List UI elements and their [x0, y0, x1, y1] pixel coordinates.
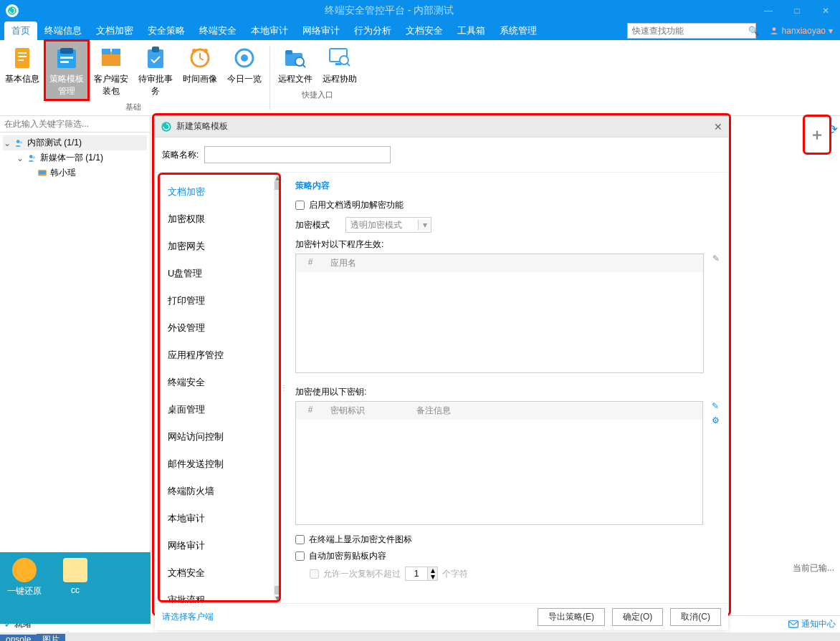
desktop-restore[interactable]: 一键还原 [7, 555, 42, 621]
svg-point-26 [16, 140, 20, 143]
eye-icon [224, 44, 265, 72]
side-usb[interactable]: U盘管理 [155, 260, 281, 287]
ribbon-basic-info[interactable]: 基本信息 [0, 40, 44, 100]
menu-system[interactable]: 系统管理 [492, 21, 544, 40]
ribbon-today[interactable]: 今日一览 [222, 40, 267, 100]
tree-filter-input[interactable] [0, 116, 150, 132]
app-scope-label: 加密针对以下程序生效: [295, 238, 720, 251]
svg-point-29 [33, 156, 36, 159]
chevron-down-icon: ▾ [418, 220, 431, 230]
edit-icon[interactable]: ✎ [708, 254, 720, 264]
app-logo [6, 4, 19, 17]
side-local-audit[interactable]: 本地审计 [155, 505, 281, 532]
menu-terminal-security[interactable]: 终端安全 [192, 21, 244, 40]
side-terminal-security[interactable]: 终端安全 [155, 369, 281, 396]
enable-encrypt-checkbox[interactable] [295, 201, 305, 210]
window-close[interactable]: ✕ [811, 0, 840, 21]
svg-rect-12 [112, 49, 120, 54]
side-doc-encrypt[interactable]: 文档加密 [155, 178, 281, 206]
user-icon [769, 26, 779, 36]
gear-icon[interactable]: ⚙ [707, 415, 720, 425]
copy-limit-input[interactable] [406, 569, 427, 579]
auto-clipboard-checkbox[interactable] [295, 551, 305, 561]
svg-point-28 [29, 155, 33, 158]
side-encrypt-gateway[interactable]: 加密网关 [155, 233, 281, 260]
key-table-body[interactable] [296, 420, 702, 524]
user-menu[interactable]: hanxiaoyao ▾ [762, 26, 840, 36]
terminal-icon [37, 168, 47, 178]
export-policy-button[interactable]: 导出策略(E) [538, 608, 605, 626]
ok-button[interactable]: 确定(O) [612, 608, 663, 626]
side-web-access[interactable]: 网站访问控制 [155, 423, 281, 450]
policy-name-input[interactable] [204, 146, 391, 163]
ribbon-remote-assist[interactable]: 远程协助 [318, 40, 362, 88]
app-icon [161, 121, 172, 132]
ribbon-group-shortcut: 快捷入口 [273, 88, 362, 103]
dialog-close[interactable]: ✕ [714, 121, 722, 132]
menu-local-audit[interactable]: 本地审计 [244, 21, 295, 40]
tree-root[interactable]: ⌄ 内部测试 (1/1) [3, 135, 147, 150]
window-maximize[interactable]: □ [783, 0, 811, 21]
app-table: # 应用名 [295, 254, 704, 373]
side-approval[interactable]: 审批流程 [155, 587, 281, 603]
dialog-sidebar: 文档加密 加密权限 加密网关 U盘管理 打印管理 外设管理 应用程序管控 终端安… [155, 173, 281, 603]
package-icon [90, 44, 132, 72]
ribbon-policy-template[interactable]: 策略模板管理 [44, 40, 89, 100]
copy-limit-spinner[interactable]: ▴▾ [405, 567, 438, 581]
col-remark: 备注信息 [411, 402, 702, 420]
side-doc-security[interactable]: 文档安全 [155, 559, 281, 587]
side-firewall[interactable]: 终端防火墙 [155, 478, 281, 505]
side-network-audit[interactable]: 网络审计 [155, 532, 281, 559]
footer-hint: 请选择客户端 [162, 611, 530, 623]
notification-center[interactable]: 通知中心 [788, 618, 836, 630]
svg-rect-8 [60, 57, 73, 59]
ribbon-pending[interactable]: 待审批事务 [133, 40, 178, 100]
side-app-control[interactable]: 应用程序管控 [155, 342, 281, 369]
menu-doc-encrypt[interactable]: 文档加密 [89, 21, 140, 40]
chevron-down-icon: ▾ [829, 26, 833, 36]
menu-toolbox[interactable]: 工具箱 [450, 21, 492, 40]
tree-sub[interactable]: ⌄ 新媒体一部 (1/1) [3, 150, 147, 165]
menu-doc-security[interactable]: 文档安全 [398, 21, 450, 40]
side-peripheral[interactable]: 外设管理 [155, 314, 281, 342]
svg-point-27 [20, 141, 22, 144]
side-print[interactable]: 打印管理 [155, 287, 281, 314]
side-mail-control[interactable]: 邮件发送控制 [155, 450, 281, 478]
svg-rect-21 [285, 50, 292, 54]
encrypt-mode-select[interactable]: 透明加密模式 ▾ [345, 217, 431, 233]
window-minimize[interactable]: — [754, 0, 783, 21]
menu-terminal-info[interactable]: 终端信息 [37, 21, 89, 40]
task-console[interactable]: onsole [0, 635, 37, 641]
collapse-icon[interactable]: ⌄ [3, 138, 11, 148]
show-icon-checkbox[interactable] [295, 535, 305, 544]
svg-rect-2 [15, 48, 29, 68]
add-button[interactable]: ＋ [803, 115, 831, 155]
menu-behavior[interactable]: 行为分析 [347, 21, 398, 40]
svg-rect-32 [789, 620, 798, 627]
quick-search-input[interactable] [628, 26, 744, 36]
menu-home[interactable]: 首页 [4, 21, 37, 40]
ribbon-time-image[interactable]: 时间画像 [178, 40, 222, 100]
search-icon[interactable]: 🔍 [744, 26, 763, 36]
svg-rect-14 [152, 47, 159, 52]
copy-limit-checkbox[interactable] [310, 569, 319, 579]
quick-search[interactable]: 🔍 [627, 23, 756, 39]
tree-leaf[interactable]: 韩小瑶 [3, 165, 147, 180]
sidebar-scrollbar[interactable]: ▴ ▾ [274, 173, 281, 603]
side-desktop[interactable]: 桌面管理 [155, 396, 281, 423]
edit-icon[interactable]: ✎ [707, 401, 720, 411]
side-encrypt-perm[interactable]: 加密权限 [155, 206, 281, 233]
section-title: 策略内容 [295, 180, 720, 192]
desktop-cc[interactable]: cc [63, 555, 87, 621]
menu-security-policy[interactable]: 安全策略 [140, 21, 192, 40]
task-pictures[interactable]: 图片 [37, 634, 65, 642]
ribbon-remote-file[interactable]: 远程文件 [273, 40, 318, 88]
splitter[interactable]: ⋮ [281, 173, 287, 603]
collapse-icon[interactable]: ⌄ [16, 153, 24, 163]
ribbon-client-pkg[interactable]: 客户端安装包 [89, 40, 133, 100]
cancel-button[interactable]: 取消(C) [670, 608, 721, 626]
menu-network-audit[interactable]: 网络审计 [295, 21, 347, 40]
scroll-down-icon[interactable]: ▾ [274, 593, 281, 603]
app-table-body[interactable] [296, 272, 703, 372]
titlebar: 终端安全管控平台 - 内部测试 — □ ✕ [0, 0, 840, 21]
